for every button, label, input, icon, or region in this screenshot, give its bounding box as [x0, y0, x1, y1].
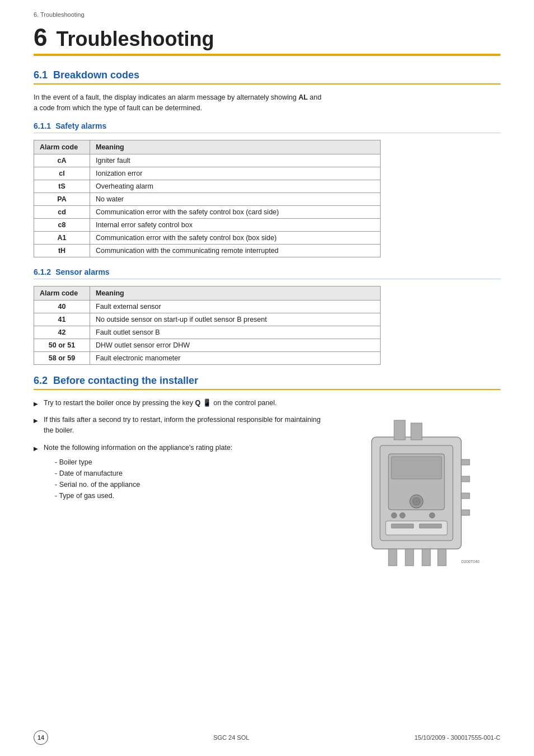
- bullet-text: If this fails after a second try to rest…: [44, 415, 321, 436]
- section-61-rule: [34, 83, 500, 84]
- sub-list-item: Type of gas used.: [55, 490, 321, 501]
- sub-bullet-list: Boiler typeDate of manufactureSerial no.…: [55, 457, 321, 501]
- subsection-611-number: 6.1.1: [34, 121, 51, 130]
- page-container: 6. Troubleshooting 6 Troubleshooting 6.1…: [0, 0, 534, 756]
- section-61-heading: 6.1 Breakdown codes: [34, 69, 500, 81]
- svg-point-11: [429, 513, 435, 518]
- breadcrumb: 6. Troubleshooting: [34, 11, 500, 18]
- chapter-title: Troubleshooting: [56, 27, 214, 51]
- footer-right: 15/10/2009 - 300017555-001-C: [414, 734, 500, 741]
- page-footer: 14 SGC 24 SOL 15/10/2009 - 300017555-001…: [34, 730, 500, 745]
- table-row: tHCommunication with the communicating r…: [34, 244, 381, 257]
- svg-text:D200T040: D200T040: [461, 560, 480, 564]
- bullet-text: Try to restart the boiler once by pressi…: [44, 398, 321, 408]
- col-header-meaning-2: Meaning: [90, 286, 381, 300]
- footer-center: SGC 24 SOL: [213, 734, 249, 741]
- table-row: cdCommunication error with the safety co…: [34, 205, 381, 218]
- svg-rect-2: [411, 423, 422, 440]
- svg-rect-16: [388, 549, 397, 566]
- table-row: clIonization error: [34, 167, 381, 180]
- section-61-title: Breakdown codes: [53, 69, 139, 81]
- table-row: c8Internal error safety control box: [34, 218, 381, 231]
- section-61-body: In the event of a fault, the display ind…: [34, 92, 325, 114]
- chapter-number: 6: [34, 24, 47, 51]
- table-row: cAIgniter fault: [34, 154, 381, 167]
- bullet-text: Note the following information on the ap…: [44, 443, 321, 501]
- col-header-alarm-code-2: Alarm code: [34, 286, 90, 300]
- boiler-illustration: D200T040: [332, 398, 500, 583]
- table-row: A1Communication error with the safety co…: [34, 231, 381, 244]
- svg-rect-18: [422, 549, 430, 566]
- subsection-612-heading: 6.1.2 Sensor alarms: [34, 267, 500, 276]
- bullet-arrow-icon: ▶: [34, 400, 38, 408]
- svg-rect-1: [394, 420, 405, 440]
- table-row: 40Fault external sensor: [34, 300, 381, 313]
- svg-rect-19: [438, 549, 446, 566]
- section-62-number: 6.2: [34, 375, 48, 387]
- svg-rect-17: [405, 549, 414, 566]
- subsection-612-rule: [34, 279, 500, 279]
- table-row: PANo water: [34, 192, 381, 205]
- table-row: 41No outside sensor on start-up if outle…: [34, 313, 381, 326]
- sensor-alarms-table: Alarm code Meaning 40Fault external sens…: [34, 286, 381, 365]
- bullet-arrow-icon: ▶: [34, 444, 38, 453]
- table-row: tSOverheating alarm: [34, 180, 381, 192]
- col-header-alarm-code-1: Alarm code: [34, 140, 90, 154]
- subsection-611-rule: [34, 133, 500, 133]
- svg-rect-14: [461, 493, 470, 499]
- list-item: ▶Try to restart the boiler once by press…: [34, 398, 321, 408]
- svg-point-21: [413, 497, 420, 505]
- list-item: ▶If this fails after a second try to res…: [34, 415, 321, 436]
- section-62-text: ▶Try to restart the boiler once by press…: [34, 398, 321, 508]
- subsection-611-heading: 6.1.1 Safety alarms: [34, 121, 500, 130]
- subsection-612-number: 6.1.2: [34, 267, 51, 276]
- table-row: 50 or 51DHW outlet sensor error DHW: [34, 339, 381, 351]
- svg-rect-6: [419, 524, 442, 528]
- page-number: 14: [34, 730, 48, 745]
- sub-list-item: Serial no. of the appliance: [55, 479, 321, 490]
- svg-rect-8: [391, 457, 442, 479]
- section-61-number: 6.1: [34, 69, 48, 81]
- table-row: 58 or 59Fault electronic manometer: [34, 351, 381, 364]
- svg-rect-5: [391, 524, 414, 528]
- table-row: 42Fault outlet sensor B: [34, 326, 381, 339]
- section-62-rule: [34, 389, 500, 390]
- section-62-content: ▶Try to restart the boiler once by press…: [34, 398, 500, 583]
- subsection-612-title: Sensor alarms: [55, 267, 110, 276]
- list-item: ▶Note the following information on the a…: [34, 443, 321, 501]
- svg-point-10: [400, 513, 405, 518]
- col-header-meaning-1: Meaning: [90, 140, 381, 154]
- bullet-list: ▶Try to restart the boiler once by press…: [34, 398, 321, 501]
- svg-rect-15: [461, 510, 470, 515]
- bullet-arrow-icon: ▶: [34, 416, 38, 425]
- section-62-title: Before contacting the installer: [53, 375, 198, 387]
- chapter-heading: 6 Troubleshooting: [34, 24, 500, 51]
- boiler-svg: D200T040: [338, 403, 495, 583]
- chapter-rule: [34, 54, 500, 56]
- subsection-611-title: Safety alarms: [55, 121, 106, 130]
- section-62-heading: 6.2 Before contacting the installer: [34, 375, 500, 387]
- svg-rect-12: [461, 459, 470, 465]
- svg-rect-13: [461, 476, 470, 482]
- sub-list-item: Date of manufacture: [55, 468, 321, 479]
- svg-point-9: [391, 513, 397, 518]
- safety-alarms-table: Alarm code Meaning cAIgniter faultclIoni…: [34, 140, 381, 257]
- sub-list-item: Boiler type: [55, 457, 321, 468]
